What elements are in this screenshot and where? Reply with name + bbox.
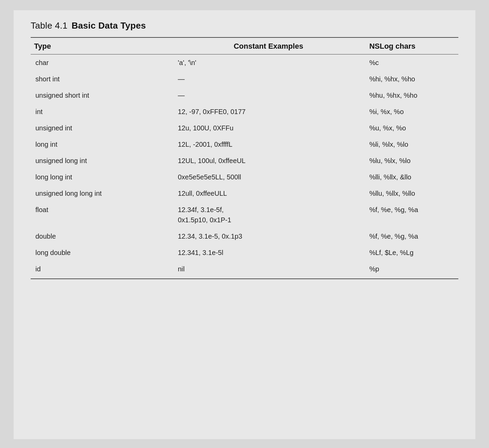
cell-nslog: %li, %lx, %lo (362, 136, 458, 153)
table-row: unsigned int12u, 100U, 0XFFu%u, %x, %o (31, 120, 458, 136)
cell-nslog: %hi, %hx, %ho (362, 71, 458, 87)
cell-constant: 12.34f, 3.1e-5f,0x1.5p10, 0x1P-1 (174, 202, 362, 228)
cell-nslog: %f, %e, %g, %a (362, 202, 458, 228)
cell-nslog: %f, %e, %g, %a (362, 228, 458, 244)
cell-constant: — (174, 71, 362, 87)
table-number: Table 4.1 (31, 20, 67, 31)
cell-type: float (31, 202, 174, 228)
cell-nslog: %hu, %hx, %ho (362, 87, 458, 103)
data-table: Type Constant Examples NSLog chars char'… (31, 37, 458, 277)
table-row: unsigned long long int12ull, 0xffeeULL%l… (31, 185, 458, 202)
cell-type: short int (31, 71, 174, 87)
cell-type: unsigned long int (31, 153, 174, 169)
table-row: idnil%p (31, 261, 458, 277)
col-header-nslog: NSLog chars (362, 37, 458, 54)
cell-constant: 'a', '\n' (174, 54, 362, 71)
cell-constant: nil (174, 261, 362, 277)
col-header-type: Type (31, 37, 174, 54)
cell-nslog: %lu, %lx, %lo (362, 153, 458, 169)
cell-constant: — (174, 87, 362, 103)
cell-type: unsigned long long int (31, 185, 174, 202)
cell-type: long double (31, 244, 174, 261)
cell-nslog: %lli, %llx, &llo (362, 169, 458, 185)
cell-type: char (31, 54, 174, 71)
table-row: double12.34, 3.1e-5, 0x.1p3%f, %e, %g, %… (31, 228, 458, 244)
cell-constant: 12.34, 3.1e-5, 0x.1p3 (174, 228, 362, 244)
cell-constant: 12u, 100U, 0XFFu (174, 120, 362, 136)
table-title: Table 4.1Basic Data Types (31, 20, 458, 31)
cell-nslog: %i, %x, %o (362, 103, 458, 120)
cell-type: long long int (31, 169, 174, 185)
cell-nslog: %u, %x, %o (362, 120, 458, 136)
table-row: short int—%hi, %hx, %ho (31, 71, 458, 87)
cell-constant: 12L, -2001, 0xffffL (174, 136, 362, 153)
cell-type: long int (31, 136, 174, 153)
cell-constant: 12UL, 100ul, 0xffeeUL (174, 153, 362, 169)
table-row: float12.34f, 3.1e-5f,0x1.5p10, 0x1P-1%f,… (31, 202, 458, 228)
cell-type: int (31, 103, 174, 120)
cell-nslog: %Lf, $Le, %Lg (362, 244, 458, 261)
cell-constant: 0xe5e5e5e5LL, 500ll (174, 169, 362, 185)
cell-type: id (31, 261, 174, 277)
table-name: Basic Data Types (72, 20, 146, 31)
cell-type: unsigned int (31, 120, 174, 136)
cell-constant: 12, -97, 0xFFE0, 0177 (174, 103, 362, 120)
table-row: unsigned long int12UL, 100ul, 0xffeeUL%l… (31, 153, 458, 169)
table-row: long int12L, -2001, 0xffffL%li, %lx, %lo (31, 136, 458, 153)
page-container: Table 4.1Basic Data Types Type Constant … (14, 10, 475, 439)
cell-nslog: %c (362, 54, 458, 71)
table-row: int12, -97, 0xFFE0, 0177%i, %x, %o (31, 103, 458, 120)
cell-type: unsigned short int (31, 87, 174, 103)
table-row: char'a', '\n'%c (31, 54, 458, 71)
cell-nslog: %p (362, 261, 458, 277)
cell-constant: 12.341, 3.1e-5l (174, 244, 362, 261)
table-row: unsigned short int—%hu, %hx, %ho (31, 87, 458, 103)
bottom-rule (31, 278, 458, 279)
cell-type: double (31, 228, 174, 244)
table-row: long long int0xe5e5e5e5LL, 500ll%lli, %l… (31, 169, 458, 185)
table-header-row: Type Constant Examples NSLog chars (31, 37, 458, 54)
col-header-constant: Constant Examples (174, 37, 362, 54)
table-row: long double12.341, 3.1e-5l%Lf, $Le, %Lg (31, 244, 458, 261)
cell-nslog: %llu, %llx, %llo (362, 185, 458, 202)
cell-constant: 12ull, 0xffeeULL (174, 185, 362, 202)
